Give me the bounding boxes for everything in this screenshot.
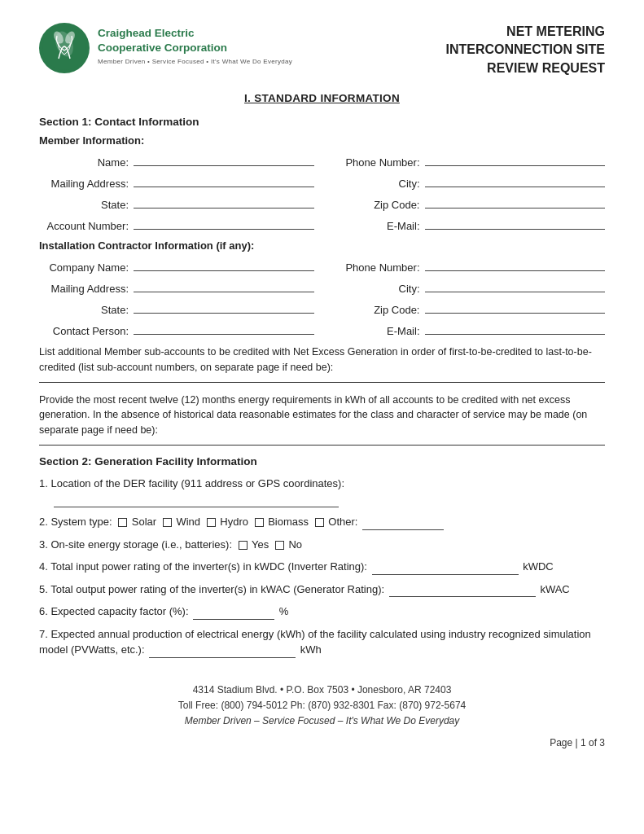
- section1-heading: Section 1: Contact Information: [39, 116, 605, 128]
- contractor-state-input[interactable]: [134, 301, 314, 314]
- section2-item6: 6. Expected capacity factor (%): %: [39, 604, 605, 620]
- account-number-label: Account Number:: [39, 220, 129, 232]
- contact-person-label: Contact Person:: [39, 325, 129, 337]
- city-label: City:: [331, 178, 420, 190]
- contractor-email-label: E-Mail:: [331, 325, 420, 337]
- other-checkbox[interactable]: [315, 518, 324, 527]
- subaccount-text: List additional Member sub-accounts to b…: [39, 345, 605, 375]
- document-title: NET METERING INTERCONNECTION SITE REVIEW…: [445, 23, 605, 77]
- city-row: City:: [331, 174, 606, 190]
- subaccount-divider: [39, 382, 605, 383]
- yes-checkbox[interactable]: [239, 541, 248, 550]
- section2-item3: 3. On-site energy storage (i.e., batteri…: [39, 537, 605, 553]
- location-input[interactable]: [54, 496, 339, 507]
- company-name: Craighead Electric: [98, 26, 292, 41]
- biomass-checkbox[interactable]: [255, 518, 264, 527]
- doc-title-line3: REVIEW REQUEST: [445, 59, 605, 77]
- logo-area: Craighead Electric Cooperative Corporati…: [39, 23, 292, 73]
- generator-rating-input[interactable]: [389, 586, 536, 597]
- contractor-email-input[interactable]: [425, 322, 606, 335]
- logo-text: Craighead Electric Cooperative Corporati…: [98, 23, 292, 65]
- inverter-rating-input[interactable]: [372, 564, 519, 575]
- company-name-row: Company Name:: [39, 258, 314, 274]
- other-input[interactable]: [362, 519, 444, 530]
- name-label: Name:: [39, 156, 129, 169]
- item5-text: 5. Total output power rating of the inve…: [39, 583, 388, 595]
- company-name-input[interactable]: [134, 258, 314, 271]
- footer-tagline: Member Driven – Service Focused – It's W…: [39, 713, 605, 729]
- email-row: E-Mail:: [331, 217, 606, 232]
- biomass-label: Biomass: [268, 516, 311, 528]
- footer-phone: Toll Free: (800) 794-5012 Ph: (870) 932-…: [39, 698, 605, 713]
- contractor-zipcode-input[interactable]: [425, 301, 606, 314]
- footer: 4314 Stadium Blvd. • P.O. Box 7503 • Jon…: [39, 683, 605, 730]
- name-row: Name:: [39, 153, 314, 169]
- contact-person-row: Contact Person:: [39, 322, 314, 337]
- phone-label: Phone Number:: [331, 156, 420, 169]
- mailing-address-label: Mailing Address:: [39, 178, 129, 190]
- item1-text: 1. Location of the DER facility (911 add…: [39, 477, 344, 489]
- account-number-row: Account Number:: [39, 217, 314, 232]
- state-input[interactable]: [134, 195, 314, 208]
- contractor-zipcode-label: Zip Code:: [331, 304, 420, 316]
- section2-item4: 4. Total input power rating of the inver…: [39, 559, 605, 575]
- contractor-fields-grid: Company Name: Phone Number: Mailing Addr…: [39, 258, 605, 343]
- section2-item2: 2. System type: Solar Wind Hydro Biomass…: [39, 514, 605, 530]
- contractor-phone-label: Phone Number:: [331, 261, 420, 274]
- contractor-info-heading: Installation Contractor Information (if …: [39, 239, 605, 252]
- contractor-city-input[interactable]: [425, 279, 606, 292]
- wind-checkbox[interactable]: [163, 518, 172, 527]
- no-checkbox[interactable]: [275, 541, 284, 550]
- solar-label: Solar: [132, 516, 160, 528]
- wind-label: Wind: [176, 516, 203, 528]
- contractor-mailing-label: Mailing Address:: [39, 283, 129, 295]
- zipcode-label: Zip Code:: [331, 199, 420, 211]
- member-info-heading: Member Information:: [39, 134, 605, 147]
- doc-title-line2: INTERCONNECTION SITE: [445, 41, 605, 59]
- logo-icon: [39, 23, 90, 73]
- section-main-title: I. STANDARD INFORMATION: [39, 92, 605, 104]
- page-header: Craighead Electric Cooperative Corporati…: [39, 23, 605, 77]
- contractor-zipcode-row: Zip Code:: [331, 301, 606, 316]
- item4-suffix: kWDC: [523, 560, 554, 573]
- footer-address: 4314 Stadium Blvd. • P.O. Box 7503 • Jon…: [39, 683, 605, 698]
- member-fields-grid: Name: Phone Number: Mailing Address: Cit…: [39, 153, 605, 238]
- doc-title-line1: NET METERING: [445, 23, 605, 41]
- item4-text: 4. Total input power rating of the inver…: [39, 560, 370, 573]
- contact-person-input[interactable]: [134, 322, 314, 335]
- energy-divider: [39, 445, 605, 446]
- state-label: State:: [39, 199, 129, 211]
- solar-checkbox[interactable]: [118, 518, 127, 527]
- contractor-email-row: E-Mail:: [331, 322, 606, 337]
- zipcode-row: Zip Code:: [331, 195, 606, 211]
- section2-item5: 5. Total output power rating of the inve…: [39, 582, 605, 598]
- item6-text: 6. Expected capacity factor (%):: [39, 605, 191, 617]
- contractor-city-row: City:: [331, 279, 606, 295]
- email-label: E-Mail:: [331, 220, 420, 232]
- mailing-address-row: Mailing Address:: [39, 174, 314, 190]
- contractor-mailing-row: Mailing Address:: [39, 279, 314, 295]
- annual-production-input[interactable]: [149, 647, 296, 658]
- item2-text: 2. System type:: [39, 516, 115, 528]
- energy-text: Provide the most recent twelve (12) mont…: [39, 393, 605, 438]
- city-input[interactable]: [425, 174, 606, 187]
- contractor-phone-input[interactable]: [425, 258, 606, 271]
- other-label: Other:: [328, 516, 361, 528]
- account-number-input[interactable]: [134, 217, 314, 230]
- contractor-mailing-input[interactable]: [134, 279, 314, 292]
- section2-item1: 1. Location of the DER facility (911 add…: [39, 476, 605, 508]
- page-number: Page | 1 of 3: [39, 737, 605, 748]
- item3-text: 3. On-site energy storage (i.e., batteri…: [39, 538, 235, 551]
- phone-row: Phone Number:: [331, 153, 606, 169]
- hydro-label: Hydro: [220, 516, 251, 528]
- phone-input[interactable]: [425, 153, 606, 166]
- hydro-checkbox[interactable]: [207, 518, 216, 527]
- item6-suffix: %: [279, 605, 289, 617]
- name-input[interactable]: [134, 153, 314, 166]
- capacity-factor-input[interactable]: [193, 608, 274, 620]
- mailing-address-input[interactable]: [134, 174, 314, 187]
- company-subtitle: Cooperative Corporation: [98, 41, 292, 55]
- email-input[interactable]: [425, 217, 606, 230]
- yes-label: Yes: [252, 538, 269, 551]
- zipcode-input[interactable]: [425, 195, 606, 208]
